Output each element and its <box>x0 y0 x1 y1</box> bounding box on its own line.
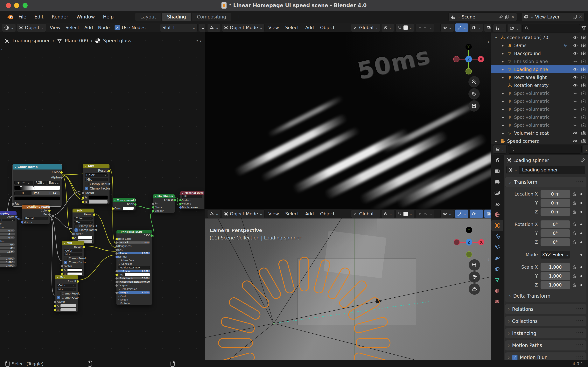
proportional-edit-group[interactable]: ⌄ <box>416 23 434 32</box>
menu-select[interactable]: Select <box>63 25 82 30</box>
panel-collections[interactable]: ›Collections <box>505 316 587 326</box>
proportional-edit-group[interactable]: ⌄ <box>416 209 434 218</box>
properties-tab-constraints[interactable] <box>491 264 503 275</box>
node-row-input-ior-level[interactable]: IOR Level1.000 <box>117 269 152 273</box>
animate-dot[interactable] <box>579 211 584 213</box>
gizmo-toggle[interactable]: ⌄ <box>455 209 468 218</box>
snap-toggle-group[interactable]: ⌄ <box>395 209 414 218</box>
shader-type-dropdown[interactable]: Object⌄ <box>17 23 46 32</box>
expander-icon[interactable]: ▸ <box>500 99 506 103</box>
expander-icon[interactable]: ▸ <box>500 107 506 111</box>
menu-select[interactable]: Select <box>283 211 302 216</box>
outliner-item-volumetric-scat[interactable]: ▸▽Volumetric scat <box>491 129 588 137</box>
node-row-input-weight[interactable]: Weight1.000 <box>117 291 152 294</box>
node-row-section-sheen[interactable]: ›Sheen <box>117 298 152 301</box>
visibility-toggle[interactable] <box>571 91 580 95</box>
pivot-point-dropdown[interactable]: ⌄ <box>381 209 394 218</box>
visibility-toggle[interactable] <box>571 59 580 64</box>
sidebar-expand-icon[interactable]: ‹ <box>487 38 490 45</box>
node-row-stop-index-pos[interactable]: 0Pos0.145 <box>13 191 62 196</box>
transform-value[interactable]: 1.000 <box>541 263 570 271</box>
outliner-filter-mode-button[interactable]: ⌄ <box>508 24 521 33</box>
node-row-blend-mode-dropdown[interactable]: Mix⌄ <box>83 177 109 182</box>
visibility-toggle[interactable] <box>571 35 580 40</box>
expander-icon[interactable]: ▸ <box>500 67 506 71</box>
outliner-item-spot-volumetric[interactable]: ▸Spot volumetric <box>491 97 588 105</box>
animate-dot[interactable] <box>579 233 584 234</box>
node-header[interactable]: ⌄Mix <box>73 209 94 212</box>
node-row-input-ior[interactable]: IOR <box>117 248 152 251</box>
transform-panel-header[interactable]: ⌄Transform <box>505 177 587 187</box>
outliner-item-name[interactable]: Speed camera <box>507 139 571 144</box>
overlays-toggle[interactable]: ⌄ <box>470 209 483 218</box>
node-mix-1[interactable]: ⌄MixResultColor⌄Mix⌄Clamp Result✓Clamp F… <box>83 164 110 204</box>
node-row-output-result[interactable]: Result <box>62 245 84 249</box>
animate-dot[interactable] <box>579 242 584 243</box>
expander-icon[interactable]: ▸ <box>500 75 506 79</box>
visibility-toggle[interactable] <box>571 131 580 135</box>
outliner-item-emission-plane[interactable]: ▸▽Emission plane <box>491 57 588 65</box>
node-material-output[interactable]: ⌄Material OutputAll⌄SurfaceVolumeDisplac… <box>180 191 204 209</box>
expander-icon[interactable]: ▸ <box>500 59 506 63</box>
node-row-input-fac[interactable]: Fac <box>153 201 175 205</box>
outliner-item-name[interactable]: Spot volumetric <box>514 91 571 96</box>
node-header[interactable]: ⌄Material Output <box>180 191 204 195</box>
node-row-clamp-result-checkbox[interactable]: Clamp Result <box>62 256 84 260</box>
outliner-item-name[interactable]: Loading spinne <box>514 67 571 72</box>
visibility-toggle[interactable] <box>571 107 580 111</box>
animate-dot[interactable] <box>579 284 584 286</box>
expander-icon[interactable]: ▸ <box>500 131 506 135</box>
render-toggle[interactable] <box>580 99 588 103</box>
node-row-output-result[interactable]: Result <box>83 168 109 173</box>
lock-toggle[interactable] <box>570 192 579 196</box>
node-row-gradient-type-dropdown[interactable]: Radial⌄ <box>22 216 50 220</box>
render-toggle[interactable] <box>580 51 588 56</box>
snap-toggle-group[interactable]: ⌄ <box>395 23 414 32</box>
properties-tab-texture[interactable] <box>491 296 503 307</box>
visibility-toggle[interactable] <box>571 115 580 119</box>
render-toggle[interactable] <box>580 43 588 48</box>
menu-render[interactable]: Render <box>48 14 72 20</box>
node-row-output-shader[interactable]: Shader <box>153 198 175 201</box>
node-row-stop-color-swatch[interactable] <box>13 196 62 201</box>
lock-toggle[interactable] <box>570 200 579 205</box>
material-slot-dropdown[interactable]: Slot 1⌄ <box>160 23 198 32</box>
outliner-item-name[interactable]: Emission plane <box>514 59 571 64</box>
render-toggle[interactable] <box>580 91 588 95</box>
pivot-point-dropdown[interactable]: ⌄ <box>381 23 394 32</box>
outliner-item-name[interactable]: Spot volumetric <box>514 123 571 128</box>
outliner-item-name[interactable]: Rect area light <box>514 75 571 80</box>
node-row-section-emission[interactable]: ›Emission <box>117 301 152 305</box>
outliner-item-name[interactable]: Spot volumetric <box>514 99 571 104</box>
node-row-clamp-result-checkbox[interactable]: Clamp Result <box>55 291 78 295</box>
spinner-blade[interactable] <box>299 257 309 291</box>
animate-dot[interactable] <box>579 202 584 204</box>
node-row-input-a[interactable]: A <box>73 236 94 240</box>
mode-dropdown[interactable]: Object Mode⌄ <box>222 23 265 32</box>
tab-shading[interactable]: Shading <box>162 13 191 21</box>
node-row-blend-mode-dropdown[interactable]: Mix⌄ <box>55 287 78 291</box>
properties-tab-material[interactable] <box>491 285 503 296</box>
node-row-output-vector[interactable]: Vector <box>0 215 17 218</box>
node-header[interactable]: ⌄Mix <box>83 164 109 168</box>
node-header[interactable]: ⌄Mix Shader <box>153 194 175 198</box>
scene-selector[interactable]: ⌄ Scene ✕ <box>448 12 517 21</box>
node-row-input-factor[interactable]: Factor <box>62 264 84 268</box>
node-header[interactable]: ⌄Mix <box>55 275 78 279</box>
lock-toggle[interactable] <box>570 209 579 214</box>
node-row-label[interactable]: Rotation: <box>0 239 17 243</box>
rotation-mode-dropdown[interactable]: XYZ Euler⌄ <box>541 251 570 259</box>
outliner-item-scene-rotation-70-[interactable]: ▾scene rotation(-70: <box>491 33 588 42</box>
menu-add[interactable]: Add <box>303 211 317 216</box>
transform-value[interactable]: 0 m <box>541 208 570 216</box>
tab-compositing[interactable]: Compositing <box>192 13 231 21</box>
render-toggle[interactable] <box>580 123 588 127</box>
node-row-output-color[interactable]: Color <box>22 209 50 212</box>
node-header[interactable]: ⌄Color Ramp <box>13 164 62 169</box>
lock-toggle[interactable] <box>570 240 579 244</box>
zoom-button[interactable] <box>468 76 480 87</box>
node-row-input-factor[interactable]: Factor <box>55 300 78 304</box>
properties-tab-modifiers[interactable] <box>491 231 503 242</box>
pin-icon[interactable] <box>580 158 585 163</box>
animate-dot[interactable] <box>579 224 584 225</box>
